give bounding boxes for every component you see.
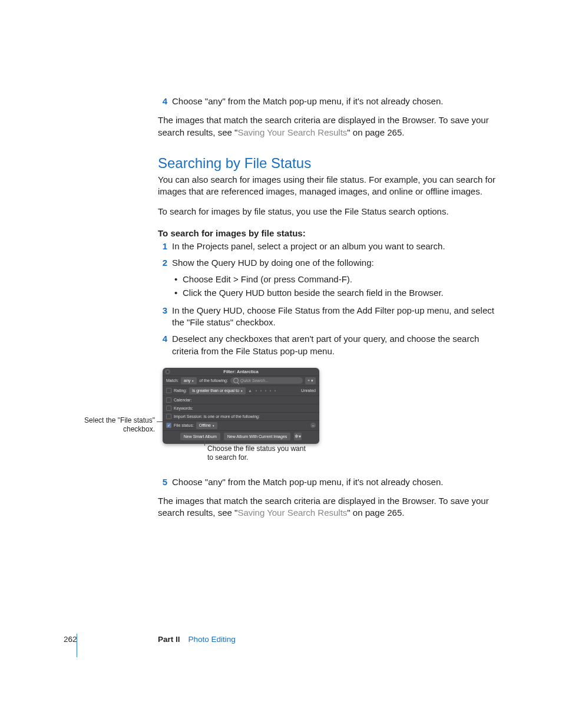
- chevron-updown-icon: ▾: [241, 387, 243, 394]
- import-checkbox[interactable]: [166, 414, 171, 419]
- step-1: 1 In the Projects panel, select a projec…: [158, 241, 498, 252]
- callout-left: Select the "File status" checkbox.: [84, 416, 155, 434]
- step-2: 2 Show the Query HUD by doing one of the…: [158, 257, 498, 269]
- footer-text: Part IIPhoto Editing: [158, 635, 236, 644]
- keywords-checkbox[interactable]: [166, 406, 171, 411]
- file-status-row: File status: Offline▾ –: [163, 420, 319, 430]
- search-icon: [233, 378, 239, 383]
- rating-operator-value: is greater than or equal to: [192, 387, 239, 394]
- section-heading: Searching by File Status: [158, 155, 498, 172]
- calendar-checkbox[interactable]: [166, 397, 171, 403]
- rating-label: Rating:: [174, 388, 187, 393]
- footer-part: Part II: [158, 635, 180, 644]
- quick-search-input[interactable]: Quick Search...: [230, 377, 303, 384]
- file-status-popup[interactable]: Offline▾: [196, 422, 217, 429]
- rating-slider[interactable]: ▲: [248, 388, 299, 393]
- file-status-value: Offline: [199, 422, 211, 429]
- prev-step-4: 4 Choose "any" from the Match pop-up men…: [158, 95, 498, 107]
- intro-paragraph-2: To search for images by file status, you…: [158, 206, 498, 218]
- xref-link[interactable]: Saving Your Search Results: [237, 127, 347, 137]
- footer-rule: [77, 634, 77, 657]
- page-content: 4 Choose "any" from the Match pop-up men…: [158, 95, 498, 536]
- intro-paragraph-1: You can also search for images using the…: [158, 174, 498, 198]
- hud-footer: New Smart Album New Album With Current I…: [163, 430, 319, 442]
- step-5: 5 Choose "any" from the Match pop-up men…: [158, 476, 498, 488]
- keywords-row: Keywords:: [163, 404, 319, 412]
- calendar-label: Calendar:: [174, 398, 191, 402]
- remove-filter-icon[interactable]: –: [310, 423, 316, 428]
- match-popup[interactable]: any▾: [181, 377, 197, 384]
- step-text: Choose "any" from the Match pop-up menu,…: [172, 95, 498, 107]
- step-3: 3 In the Query HUD, choose File Status f…: [158, 305, 498, 329]
- step-number: 1: [158, 241, 167, 252]
- bullet-item: Click the Query HUD button beside the se…: [183, 287, 498, 299]
- page-number: 262: [64, 635, 77, 644]
- bullet-item: Choose Edit > Find (or press Command-F).: [183, 274, 498, 285]
- step-number: 2: [158, 257, 167, 269]
- close-icon[interactable]: ×: [165, 369, 170, 374]
- callout-bottom: Choose the file status you want to searc…: [207, 444, 313, 462]
- figure: Select the "File status" checkbox. × Fil…: [158, 368, 498, 444]
- footer-section: Photo Editing: [189, 635, 236, 644]
- action-menu[interactable]: ✻▾: [294, 433, 302, 440]
- rating-checkbox[interactable]: [166, 388, 171, 393]
- result-text-b: " on page 265.: [347, 508, 404, 518]
- add-filter-popup[interactable]: + ▾: [305, 377, 316, 384]
- unrated-label: Unrated: [301, 388, 316, 393]
- step-4: 4 Deselect any checkboxes that aren't pa…: [158, 333, 498, 357]
- hud-title: Filter: Antarctica: [223, 369, 258, 374]
- step-number: 4: [158, 333, 167, 357]
- result-paragraph: The images that match the search criteri…: [158, 495, 498, 519]
- step-number: 3: [158, 305, 167, 329]
- step-text: Show the Query HUD by doing one of the f…: [172, 257, 498, 269]
- step-number: 4: [158, 95, 167, 107]
- callout-line: [204, 431, 205, 446]
- step-number: 5: [158, 476, 167, 488]
- chevron-updown-icon: ▾: [192, 377, 194, 384]
- procedure-title: To search for images by file status:: [158, 228, 498, 239]
- chevron-updown-icon: ▾: [213, 422, 214, 429]
- hud-title-bar: × Filter: Antarctica: [163, 368, 319, 375]
- rating-operator-popup[interactable]: is greater than or equal to▾: [189, 387, 246, 394]
- new-album-button[interactable]: New Album With Current Images: [224, 433, 291, 440]
- of-following-label: of the following:: [199, 378, 228, 383]
- match-label: Match:: [166, 378, 178, 383]
- query-hud: × Filter: Antarctica Match: any▾ of the …: [163, 368, 319, 444]
- search-placeholder: Quick Search...: [240, 378, 269, 383]
- calendar-row: Calendar:: [163, 396, 319, 404]
- gear-icon: ✻▾: [295, 434, 301, 439]
- plus-icon: +: [308, 378, 310, 383]
- step-text: Choose "any" from the Match pop-up menu,…: [172, 476, 498, 488]
- new-smart-album-button[interactable]: New Smart Album: [180, 433, 220, 440]
- result-paragraph: The images that match the search criteri…: [158, 114, 498, 139]
- step-text: In the Projects panel, select a project …: [172, 241, 498, 252]
- file-status-checkbox[interactable]: [166, 423, 171, 428]
- rating-row: Rating: is greater than or equal to▾ ▲ U…: [163, 386, 319, 396]
- sub-bullets: Choose Edit > Find (or press Command-F).…: [158, 274, 498, 299]
- import-label: Import Session: is one or more of the fo…: [174, 414, 260, 419]
- match-value: any: [184, 377, 190, 384]
- step-text: Deselect any checkboxes that aren't part…: [172, 333, 498, 357]
- slider-thumb-icon: ▲: [248, 388, 252, 393]
- import-session-row: Import Session: is one or more of the fo…: [163, 412, 319, 420]
- result-text-b: " on page 265.: [347, 127, 404, 137]
- step-text: In the Query HUD, choose File Status fro…: [172, 305, 498, 329]
- file-status-label: File status:: [174, 423, 194, 427]
- keywords-label: Keywords:: [174, 406, 193, 410]
- xref-link[interactable]: Saving Your Search Results: [237, 508, 347, 518]
- match-row: Match: any▾ of the following: Quick Sear…: [163, 375, 319, 386]
